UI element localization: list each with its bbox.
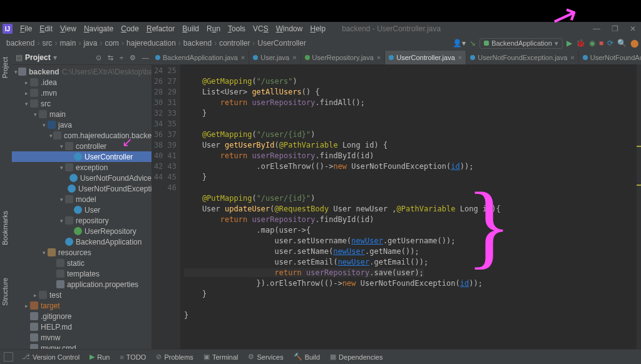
select-opened-icon[interactable]: ⊙ (96, 54, 101, 62)
crumb[interactable]: backend (4, 39, 37, 48)
tree-node[interactable]: HELP.md (12, 321, 151, 332)
settings-icon[interactable]: ⚙ (130, 54, 136, 62)
services-tab[interactable]: ⚙Services (243, 353, 288, 361)
tree-node[interactable]: controller (12, 141, 151, 151)
close-tab-icon[interactable]: × (292, 54, 296, 61)
tab-usernotfoundadvice[interactable]: UserNotFoundAdvice.java× (579, 51, 641, 64)
tree-node[interactable]: BackendApplication (12, 236, 151, 247)
tree-node[interactable]: model (12, 194, 151, 205)
build-tab[interactable]: 🔨Build (289, 353, 325, 361)
tree-node[interactable]: src (12, 98, 151, 109)
close-tab-icon[interactable]: × (458, 54, 462, 61)
tree-node[interactable]: java (12, 119, 151, 130)
problems-tab[interactable]: ⊘Problems (151, 353, 198, 361)
bookmarks-tab[interactable]: Bookmarks (0, 207, 10, 249)
tree-node[interactable]: test (12, 290, 151, 300)
structure-tab[interactable]: Structure (0, 274, 10, 310)
tree-node-usercontroller[interactable]: UserController (12, 151, 151, 162)
code-area[interactable]: @GetMapping("/users") List<User> getAllU… (180, 64, 637, 350)
crumb[interactable]: java (81, 39, 100, 48)
crumb[interactable]: com (102, 39, 121, 48)
hide-icon[interactable]: — (142, 54, 149, 61)
bottom-tool-bar: ⎇Version Control ▶Run ≡TODO ⊘Problems ▣T… (0, 349, 641, 364)
tab-user[interactable]: User.java× (249, 51, 300, 64)
gutter: 24 25 26 27 28 29 30 31 32 33 34 35 36 3… (151, 64, 180, 350)
menu-build[interactable]: Build (178, 24, 203, 33)
editor-tabs: BackendApplication.java× User.java× User… (151, 51, 641, 65)
menu-tools[interactable]: Tools (224, 24, 249, 33)
menu-refactor[interactable]: Refactor (143, 24, 178, 33)
stop-icon[interactable]: ■ (599, 37, 603, 49)
tree-node[interactable]: static (12, 258, 151, 268)
menu-bar: IJ File Edit View Navigate Code Refactor… (0, 22, 641, 36)
menu-navigate[interactable]: Navigate (80, 24, 117, 33)
run-config-icon (484, 41, 489, 46)
hammer-icon[interactable]: ↘ (469, 37, 476, 49)
tree-node[interactable]: .idea (12, 77, 151, 88)
tree-node[interactable]: repository (12, 215, 151, 226)
collapse-icon[interactable]: ÷ (120, 54, 123, 61)
crumb[interactable]: hajereducation (124, 39, 178, 48)
tree-node[interactable]: .mvn (12, 88, 151, 98)
window-title: backend - UserController.java (342, 24, 441, 33)
tool-windows-icon[interactable] (4, 352, 13, 361)
left-tool-stripe: Project Bookmarks Structure (0, 51, 13, 350)
editor-error-stripe[interactable] (637, 64, 641, 350)
run-config-combo[interactable]: BackendApplication ▾ (479, 38, 563, 49)
code-editor[interactable]: 24 25 26 27 28 29 30 31 32 33 34 35 36 3… (151, 64, 637, 350)
coverage-icon[interactable]: ◉ (589, 37, 595, 49)
tree-node[interactable]: com.hajereducation.backend (12, 130, 151, 141)
terminal-tab[interactable]: ▣Terminal (198, 353, 244, 361)
tree-node[interactable]: .gitignore (12, 311, 151, 321)
version-control-tab[interactable]: ⎇Version Control (17, 353, 85, 361)
menu-window[interactable]: Window (272, 24, 307, 33)
menu-help[interactable]: Help (306, 24, 329, 33)
close-tab-icon[interactable]: × (377, 54, 381, 61)
debug-icon[interactable]: 🐞 (576, 37, 585, 49)
crumb[interactable]: src (39, 39, 54, 48)
menu-view[interactable]: View (56, 24, 80, 33)
crumb[interactable]: main (57, 39, 78, 48)
expand-all-icon[interactable]: ⇆ (108, 54, 113, 62)
tree-node-root[interactable]: backend C:\Users\EXtrA\Desktop\backend\b… (12, 66, 151, 77)
tree-node[interactable]: main (12, 109, 151, 119)
search-icon[interactable]: 🔍 (617, 37, 627, 49)
tree-node[interactable]: UserRepository (12, 226, 151, 236)
project-tree[interactable]: backend C:\Users\EXtrA\Desktop\backend\b… (12, 65, 151, 364)
update-icon[interactable]: ⟳ (607, 37, 613, 49)
todo-tab[interactable]: ≡TODO (115, 353, 151, 361)
maximize-icon[interactable]: ❐ (612, 24, 618, 33)
run-icon[interactable]: ▶ (567, 37, 572, 49)
tree-node[interactable]: application.properties (12, 279, 151, 290)
close-tab-icon[interactable]: × (570, 54, 574, 61)
crumb[interactable]: controller (217, 39, 252, 48)
tree-node[interactable]: target (12, 300, 151, 311)
menu-edit[interactable]: Edit (36, 24, 56, 33)
run-tab[interactable]: ▶Run (85, 353, 115, 361)
tree-node[interactable]: resources (12, 247, 151, 258)
crumb[interactable]: backend (181, 39, 214, 48)
tree-node[interactable]: mvnw (12, 332, 151, 343)
dependencies-tab[interactable]: ▦Dependencies (325, 353, 387, 361)
tab-usernotfoundexception[interactable]: UserNotFoundException.java× (466, 51, 579, 64)
tab-backendapplication[interactable]: BackendApplication.java× (151, 51, 249, 64)
tree-node[interactable]: User (12, 205, 151, 215)
tree-node[interactable]: UserNotFoundAdvice (12, 173, 151, 183)
project-tab[interactable]: Project (0, 53, 10, 82)
user-icon[interactable]: 👤▾ (453, 37, 466, 49)
menu-code[interactable]: Code (117, 24, 143, 33)
tree-node[interactable]: exception (12, 162, 151, 173)
tree-node[interactable]: templates (12, 268, 151, 279)
help-icon[interactable]: ⬤ (630, 37, 638, 49)
close-tab-icon[interactable]: × (241, 54, 245, 61)
close-icon[interactable]: ✕ (630, 24, 636, 33)
menu-file[interactable]: File (16, 24, 36, 33)
tree-node[interactable]: UserNotFoundException (12, 183, 151, 194)
crumb[interactable]: UserController (255, 39, 309, 48)
minimize-icon[interactable]: — (593, 24, 600, 33)
ide-logo-icon: IJ (3, 24, 13, 34)
tab-userrepository[interactable]: UserRepository.java× (301, 51, 386, 64)
tab-usercontroller[interactable]: UserController.java× (385, 51, 466, 64)
menu-run[interactable]: Run (203, 24, 224, 33)
menu-vcs[interactable]: VCS (249, 24, 272, 33)
